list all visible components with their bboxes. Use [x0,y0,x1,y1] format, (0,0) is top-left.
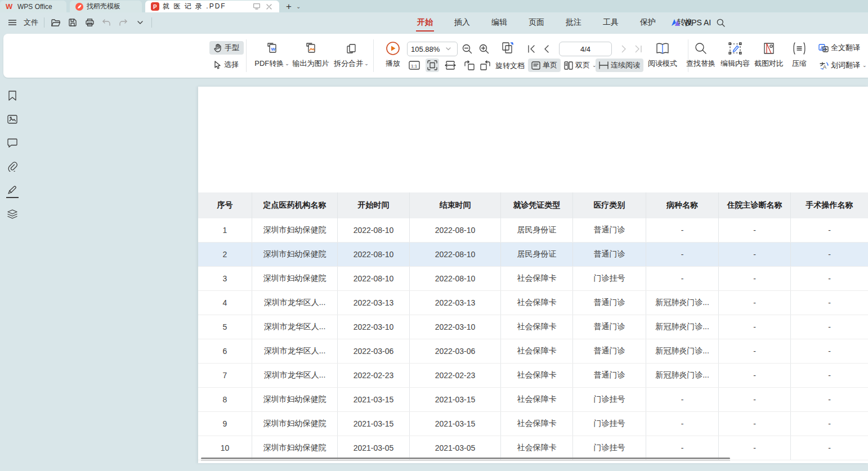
fit-page-icon[interactable] [426,59,439,72]
redo-icon[interactable] [118,17,129,28]
pdf-page[interactable]: 序号定点医药机构名称开始时间结束时间就诊凭证类型医疗类别病种名称住院主诊断名称手… [198,87,868,463]
table-row: 3深圳市妇幼保健院2022-08-102022-08-10社会保障卡门诊挂号--… [198,267,868,291]
read-mode-button[interactable]: 阅读模式 [645,41,680,69]
menu-tab[interactable]: 工具 [602,14,620,31]
find-replace-button[interactable]: 查找替换 [684,41,718,69]
swap-pages-icon[interactable] [501,41,514,55]
table-cell: - [646,388,719,411]
table-cell: 2021-03-15 [410,412,501,436]
last-page-icon[interactable] [632,42,645,56]
horizontal-scrollbar[interactable] [201,457,730,459]
table-cell: 深圳市龙华区人... [252,364,338,387]
new-tab-button[interactable]: + [286,2,292,11]
menubar-search-icon[interactable] [715,17,726,28]
menu-tab[interactable]: 插入 [453,14,471,31]
double-page-button[interactable]: 双页 ⌄ [561,59,600,72]
table-cell: 2022-08-10 [338,218,410,242]
page-number-input[interactable] [559,42,612,56]
menu-bar: 文件 开始插入编辑页面批注工具保护转换 WPS AI [0,12,868,33]
table-cell: 深圳市妇幼保健院 [252,218,338,242]
split-merge-button[interactable]: 拆分合并⌄ [330,41,372,69]
table-cell: - [791,436,868,460]
layers-icon[interactable] [7,208,18,219]
rotate-right-icon[interactable] [478,59,492,72]
screenshot-compare-icon [762,41,776,56]
table-row: 10深圳市妇幼保健院2021-03-052021-03-05社会保障卡门诊挂号-… [198,436,868,460]
comment-icon[interactable] [7,137,18,149]
thumbnail-icon[interactable] [7,114,18,125]
table-cell: 2021-03-05 [410,436,501,460]
single-page-icon [531,61,540,70]
compress-button[interactable]: 压缩 [786,41,813,69]
file-menu[interactable]: 文件 [24,17,38,28]
menu-tab[interactable]: 编辑 [490,14,508,31]
attachment-icon[interactable] [7,161,18,172]
pdf-convert-button[interactable]: W PDF转换⌄ [250,41,293,69]
screenshot-compare-button[interactable]: 截图对比 [752,41,786,69]
table-cell: 5 [198,315,252,339]
table-cell: - [791,364,868,387]
continuous-reading-icon [599,61,609,69]
bookmark-icon[interactable] [7,90,18,101]
annotate-pen-icon[interactable] [7,185,18,196]
play-button[interactable]: 播放 [378,41,408,69]
hand-tool-button[interactable]: 手型 [209,41,244,55]
zoom-out-icon[interactable] [460,42,474,56]
zoom-in-icon[interactable] [477,42,491,56]
screen-share-icon[interactable] [252,2,261,11]
next-page-icon[interactable] [617,42,630,56]
save-icon[interactable] [67,17,78,28]
table-cell: 社会保障卡 [501,291,573,315]
full-text-translate-button[interactable]: A 全文翻译 [815,41,863,55]
table-cell: 普通门诊 [573,315,646,339]
table-cell: 门诊挂号 [573,436,646,460]
tab-wps-office[interactable]: W WPS Office [0,1,66,12]
table-cell: 10 [198,436,252,460]
pdf-convert-icon: W [265,41,279,56]
menu-tab[interactable]: 页面 [527,14,545,31]
table-cell: 3 [198,267,252,290]
history-chevron-icon[interactable] [135,17,146,28]
close-tab-icon[interactable] [265,2,274,11]
table-cell: 深圳市龙华区人... [252,315,338,339]
word-translate-button[interactable]: A 划词翻译 ⌄ [815,59,868,72]
single-page-button[interactable]: 单页 [528,59,561,72]
chevron-down-icon: ⌄ [364,61,369,66]
wps-ai-button[interactable]: WPS AI [671,12,711,33]
rotate-left-icon[interactable] [463,59,476,72]
edit-content-button[interactable]: 编辑内容 [718,41,752,69]
undo-icon[interactable] [101,17,112,28]
menu-tab[interactable]: 保护 [639,14,657,31]
select-tool-button[interactable]: 选择 [209,58,243,71]
cursor-icon [214,61,221,69]
menu-tab[interactable]: 开始 [416,14,434,31]
menu-tab[interactable]: 批注 [565,14,583,31]
open-file-icon[interactable] [50,17,61,28]
previous-page-icon[interactable] [540,42,553,56]
table-cell: 2022-08-10 [410,267,501,290]
first-page-icon[interactable] [525,42,538,56]
read-mode-icon [656,41,669,56]
actual-size-icon[interactable]: 1:1 [408,59,421,72]
table-cell: 2021-03-15 [338,388,410,411]
table-cell: - [646,412,719,436]
table-cell: 2022-03-13 [338,291,410,315]
export-as-image-button[interactable]: 输出为图片 [289,41,332,69]
search-icon [695,41,707,56]
svg-text:A: A [823,64,826,70]
tab-docer-templates[interactable]: 找稻壳模板 [70,1,142,12]
print-icon[interactable] [84,17,95,28]
main-menu-icon[interactable] [7,17,18,28]
zoom-level-input[interactable] [411,45,444,53]
table-cell: 4 [198,291,252,315]
table-cell: - [791,291,868,315]
docer-logo-icon [75,3,83,11]
tab-list-chevron-icon[interactable]: ⌄ [296,3,301,10]
table-cell: - [646,267,719,290]
fit-width-icon[interactable] [444,59,457,72]
continuous-reading-button[interactable]: 连续阅读 [596,59,643,72]
tab-document-active[interactable]: P 就 医 记 录 .PDF [145,1,279,12]
rotate-document-button[interactable]: 旋转文档 [495,61,525,71]
zoom-level-select[interactable] [407,42,458,56]
column-header: 结束时间 [410,192,501,218]
